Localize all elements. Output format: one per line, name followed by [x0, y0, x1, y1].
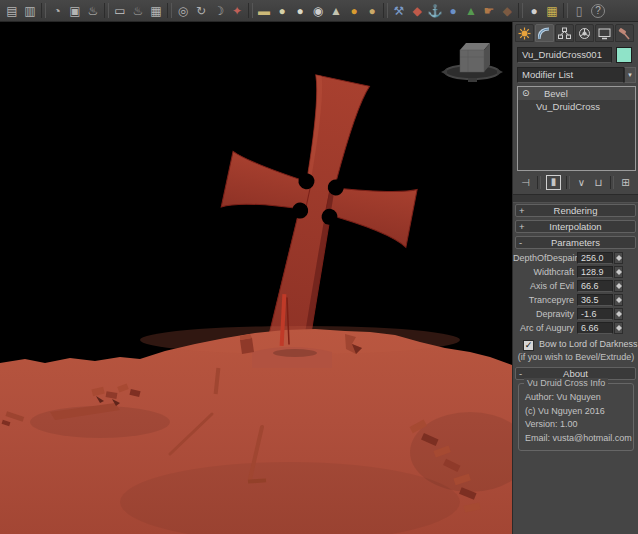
spinner-down-icon[interactable]: [616, 300, 622, 303]
anchor-icon[interactable]: ⚓: [426, 1, 444, 21]
modifier-stack-row[interactable]: Vu_DruidCross: [518, 100, 635, 113]
pin-icon[interactable]: ◆: [408, 1, 426, 21]
spinner: [614, 252, 623, 264]
about-group-title: Vu Druid Cross Info: [524, 378, 608, 388]
about-line: Version: 1.00: [525, 419, 632, 433]
spinner-down-icon[interactable]: [616, 258, 622, 261]
toolbar-separator[interactable]: [167, 3, 172, 18]
scene-explorer-icon[interactable]: ▣: [66, 1, 84, 21]
remove-modifier-icon[interactable]: ⊔: [590, 175, 607, 190]
toolbar-separator[interactable]: [383, 3, 388, 18]
parameter-rows: DepthOfDespair 256.0 Widthcraft 128.9: [513, 252, 638, 336]
create-tab-icon[interactable]: [515, 24, 534, 42]
modifier-list-arrow-button[interactable]: ▼: [624, 67, 636, 83]
stack-tool-separator[interactable]: [610, 176, 614, 189]
spinner-down-icon[interactable]: [616, 272, 622, 275]
rock-icon[interactable]: ◆: [498, 1, 516, 21]
sphere-light-icon[interactable]: ●: [291, 1, 309, 21]
render-production-icon[interactable]: ♨: [129, 1, 147, 21]
rendered-frame-icon[interactable]: ▭: [111, 1, 129, 21]
pin-stack-icon[interactable]: ⊣: [517, 175, 534, 190]
parameter-row: Depravity -1.6: [513, 308, 638, 322]
toolbar-separator[interactable]: [104, 3, 109, 18]
motion-tab-icon[interactable]: [575, 24, 594, 42]
toolbar-separator[interactable]: [563, 3, 568, 18]
globe-icon[interactable]: ●: [444, 1, 462, 21]
schematic-view-icon[interactable]: ▤: [3, 1, 21, 21]
toolbar-separator[interactable]: [518, 3, 523, 18]
hand-icon[interactable]: ☛: [480, 1, 498, 21]
rollout-title: Parameters: [551, 237, 600, 248]
rotate-view-icon[interactable]: ↻: [192, 1, 210, 21]
perspective-viewport[interactable]: [0, 22, 512, 534]
parameter-value-field[interactable]: 66.6: [577, 280, 613, 292]
spinner-down-icon[interactable]: [616, 328, 622, 331]
cone-icon[interactable]: ▲: [327, 1, 345, 21]
object-name-field[interactable]: Vu_DruidCross001: [517, 47, 612, 63]
modifier-stack-label: Vu_DruidCross: [536, 101, 600, 112]
ball-icon[interactable]: ●: [363, 1, 381, 21]
snap-red-icon[interactable]: ✦: [228, 1, 246, 21]
layer-manager-icon[interactable]: ▥: [21, 1, 39, 21]
checkbox-checked-icon[interactable]: ✓: [523, 340, 534, 351]
bulb-icon[interactable]: ⊙: [522, 87, 534, 100]
modifier-stack-label: Bevel: [544, 88, 568, 99]
rollout-interpolation[interactable]: + Interpolation: [515, 220, 636, 233]
rollout-rendering[interactable]: + Rendering: [515, 204, 636, 217]
parameter-row: Trancepyre 36.5: [513, 294, 638, 308]
stack-tool-separator[interactable]: [566, 176, 570, 189]
stack-tool-separator[interactable]: [537, 176, 541, 189]
command-panel-tabs: [515, 24, 634, 43]
about-line: (c) Vu Nguyen 2016: [525, 406, 632, 420]
parameter-value-field[interactable]: 256.0: [577, 252, 613, 264]
parameter-value-field[interactable]: 6.66: [577, 322, 613, 334]
parameters-note: (if you wish to Bevel/Extrude): [513, 352, 638, 362]
sphere-white-icon[interactable]: ●: [525, 1, 543, 21]
cabinet-icon[interactable]: ▯: [570, 1, 588, 21]
expand-icon[interactable]: +: [519, 221, 527, 232]
parameter-value-field[interactable]: 36.5: [577, 294, 613, 306]
about-group-box: Vu Druid Cross Info Author: Vu Nguyen (c…: [518, 383, 634, 451]
checkbox-label: Bow to Lord of Darkness: [539, 339, 638, 349]
eye-icon[interactable]: ◉: [309, 1, 327, 21]
panel-splitter[interactable]: [513, 194, 638, 203]
curve-editor-icon[interactable]: ◔: [48, 1, 66, 21]
utilities-tab-icon[interactable]: [615, 24, 634, 42]
sun-icon[interactable]: ●: [345, 1, 363, 21]
plane-icon[interactable]: ▬: [255, 1, 273, 21]
viewport-scene: [0, 22, 512, 534]
tree-icon[interactable]: ▲: [462, 1, 480, 21]
toolbar-separator[interactable]: [248, 3, 253, 18]
spinner: [614, 294, 623, 306]
modifier-list-dropdown[interactable]: Modifier List: [517, 67, 624, 83]
display-tab-icon[interactable]: [595, 24, 614, 42]
grid-icon[interactable]: ▦: [543, 1, 561, 21]
object-color-swatch[interactable]: [616, 47, 632, 63]
state-sets-icon[interactable]: ◎: [174, 1, 192, 21]
rollout-parameters[interactable]: - Parameters: [515, 236, 636, 249]
configure-modifier-sets-icon[interactable]: ⊞: [617, 175, 634, 190]
parameter-row: Widthcraft 128.9: [513, 266, 638, 280]
toolbar-separator[interactable]: [41, 3, 46, 18]
spinner-down-icon[interactable]: [616, 314, 622, 317]
expand-icon[interactable]: +: [519, 205, 527, 216]
max-window: ▤ ▥ ◔ ▣ ♨ ▭ ♨ ▦ ◎ ↻ ☽ ✦: [0, 0, 638, 534]
moon-icon[interactable]: ☽: [210, 1, 228, 21]
hierarchy-tab-icon[interactable]: [555, 24, 574, 42]
parameter-value-field[interactable]: 128.9: [577, 266, 613, 278]
dome-icon[interactable]: ●: [273, 1, 291, 21]
parameter-label: Depravity: [513, 309, 574, 319]
material-editor-icon[interactable]: ▦: [147, 1, 165, 21]
show-end-result-icon[interactable]: ▮: [546, 175, 561, 190]
modify-tab-icon[interactable]: [535, 24, 554, 42]
parameter-value-field[interactable]: -1.6: [577, 308, 613, 320]
collapse-icon[interactable]: -: [519, 237, 527, 248]
modifier-stack-row[interactable]: ⊙ Bevel: [518, 87, 635, 100]
help-icon[interactable]: ?: [591, 4, 605, 18]
tools-icon[interactable]: ⚒: [390, 1, 408, 21]
make-unique-icon[interactable]: ∨: [573, 175, 590, 190]
render-setup-icon[interactable]: ♨: [84, 1, 102, 21]
spinner-down-icon[interactable]: [616, 286, 622, 289]
parameter-label: Arc of Augury: [513, 323, 574, 333]
rollout-title: Interpolation: [549, 221, 601, 232]
